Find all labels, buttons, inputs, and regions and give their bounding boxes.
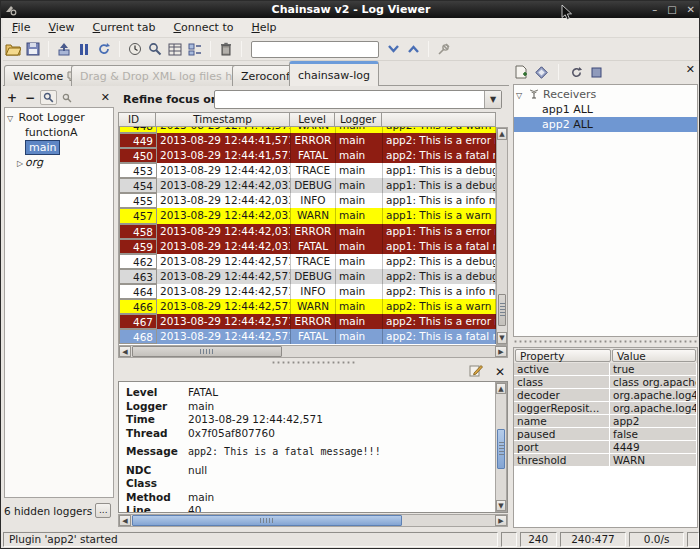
cell-id: 458 [119,224,157,239]
pause-icon[interactable] [74,40,94,58]
receiver-app1[interactable]: app1 ALL [514,102,697,117]
detail-vertical-scrollbar[interactable]: ▲ ▼ [495,382,507,512]
scroll-left-icon[interactable]: ◀ [119,346,131,357]
log-row[interactable]: 4502013-08-29 12:44:41,571FATALmainapp2:… [119,148,496,163]
scroll-right-icon[interactable]: ▶ [495,346,507,357]
new-receiver-icon[interactable] [513,63,529,81]
edit-detail-icon[interactable] [469,364,483,380]
tree-node-main[interactable]: main [5,140,113,155]
detail-horizontal-scrollbar[interactable]: ◀ ▶ [118,514,508,527]
scrollbar-thumb[interactable] [497,429,505,469]
receivers-splitter-handle[interactable] [513,339,698,344]
disconnect-icon[interactable] [434,40,454,58]
property-row[interactable]: activetrue [514,363,697,376]
column-header-logger[interactable]: Logger [335,112,382,127]
tab-chainsaw-log[interactable]: chainsaw-log [289,61,379,86]
find-icon[interactable] [145,40,165,58]
scroll-up-icon[interactable]: ▲ [496,383,506,394]
shutdown-receiver-icon[interactable] [588,63,604,81]
maximize-button[interactable]: □ [667,4,676,15]
log-row[interactable]: 4492013-08-29 12:44:41,571ERRORmainapp2:… [119,133,496,148]
property-row[interactable]: thresholdWARN [514,454,697,467]
menu-current-tab[interactable]: Current tab [84,19,165,36]
scrollbar-thumb[interactable] [132,346,282,357]
log-row[interactable]: 4682013-08-29 12:44:42,571FATALmainapp2:… [119,329,496,344]
column-header-timestamp[interactable]: Timestamp [156,112,290,127]
column-header-level[interactable]: Level [290,112,335,127]
detail-field-thread: Thread0x7f05af807760 [126,427,494,441]
menu-file[interactable]: File [3,19,39,36]
property-row[interactable]: pausedfalse [514,428,697,441]
title-bar[interactable]: Chainsaw v2 - Log Viewer – □ ✕ [1,1,700,18]
scrollbar-thumb[interactable] [132,515,402,526]
save-icon[interactable] [23,40,43,58]
hidden-loggers-more-button[interactable]: ... [95,503,111,518]
log-table-horizontal-scrollbar[interactable]: ◀ ▶ [118,345,508,358]
focus-logger-icon[interactable] [40,90,57,105]
scroll-up-icon[interactable]: ▲ [497,128,507,140]
expander-icon[interactable]: ▷ [15,156,25,171]
column-header-message[interactable] [382,112,496,127]
cell-message: app1: This is a debug message!!! [383,178,496,193]
menu-connect-to[interactable]: Connect to [164,19,242,36]
log-row[interactable]: 4622013-08-29 12:44:42,571TRACEmainapp2:… [119,254,496,269]
scroll-down-icon[interactable]: ▼ [496,500,506,511]
property-row[interactable]: decoderorg.apache.log4j.x... [514,389,697,402]
deploy-receiver-icon[interactable] [533,63,549,81]
property-row[interactable]: port4449 [514,441,697,454]
collapse-all-button[interactable]: − [22,91,38,105]
expander-icon[interactable]: ▽ [514,88,524,103]
log-row[interactable]: 4592013-08-29 12:44:42,033FATALmainapp1:… [119,239,496,254]
log-table-vertical-scrollbar[interactable]: ▲ ▼ [496,127,508,345]
open-file-icon[interactable] [3,40,23,58]
log-row[interactable]: 4582013-08-29 12:44:42,033ERRORmainapp1:… [119,224,496,239]
logger-panel-close-icon[interactable]: ✕ [101,91,110,104]
find-input[interactable] [251,41,379,58]
column-header-id[interactable]: ID [118,112,156,127]
layout-toggle-icon[interactable] [185,40,205,58]
tree-node-root[interactable]: ▽ Root Logger [5,110,113,125]
refine-focus-combobox[interactable]: ▼ [214,90,502,109]
scrollbar-thumb[interactable] [498,294,506,326]
value-column-header[interactable]: Value [612,349,696,362]
expand-all-button[interactable]: + [4,91,20,105]
log-row[interactable]: 4672013-08-29 12:44:42,571ERRORmainapp2:… [119,314,496,329]
property-row[interactable]: classclass org.apache.lo... [514,376,697,389]
ignore-logger-icon[interactable] [59,89,74,107]
detail-field-value: 40 [188,504,201,513]
tree-node-org[interactable]: ▷org [5,155,113,170]
receivers-panel-close-icon[interactable]: ✕ [686,63,695,76]
detail-panel-close-icon[interactable]: ✕ [495,365,505,379]
log-row[interactable]: 4572013-08-29 12:44:42,033WARNmainapp1: … [119,208,496,223]
tree-node-functionA[interactable]: functionA [5,125,113,140]
menu-help[interactable]: Help [242,19,285,36]
expander-icon[interactable]: ▽ [5,111,15,126]
upload-icon[interactable] [54,40,74,58]
chevron-down-icon[interactable]: ▼ [484,91,501,108]
scroll-down-icon[interactable]: ▼ [497,332,507,344]
log-row[interactable]: 4552013-08-29 12:44:42,033INFOmainapp1: … [119,193,496,208]
property-row[interactable]: nameapp2 [514,415,697,428]
log-row[interactable]: 4542013-08-29 12:44:42,033DEBUGmainapp1:… [119,178,496,193]
scroll-right-icon[interactable]: ▶ [495,515,507,526]
property-column-header[interactable]: Property [515,349,611,362]
close-button[interactable]: ✕ [687,4,695,15]
refresh-icon[interactable] [94,40,114,58]
trash-icon[interactable] [216,40,236,58]
find-previous-icon[interactable] [403,40,423,58]
minimize-button[interactable]: – [652,4,657,15]
receivers-root-node[interactable]: ▽ Receivers [514,87,697,102]
log-row[interactable]: 4532013-08-29 12:44:42,033TRACEmainapp1:… [119,163,496,178]
tab-drag-drop-xml-log-files-here[interactable]: Drag & Drop XML log files here [71,65,259,86]
log-row[interactable]: 4642013-08-29 12:44:42,571INFOmainapp2: … [119,284,496,299]
clock-icon[interactable] [125,40,145,58]
find-next-icon[interactable] [383,40,403,58]
scroll-left-icon[interactable]: ◀ [119,515,131,526]
restart-receiver-icon[interactable] [568,63,584,81]
table-view-icon[interactable] [165,40,185,58]
property-row[interactable]: loggerReposit...org.apache.log4j.Hi... [514,402,697,415]
menu-view[interactable]: View [39,19,83,36]
log-row[interactable]: 4662013-08-29 12:44:42,571WARNmainapp2: … [119,299,496,314]
log-row[interactable]: 4632013-08-29 12:44:42,571DEBUGmainapp2:… [119,269,496,284]
receiver-app2[interactable]: app2 ALL [514,117,697,132]
